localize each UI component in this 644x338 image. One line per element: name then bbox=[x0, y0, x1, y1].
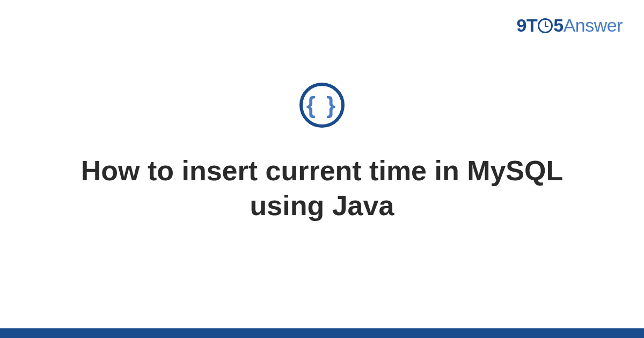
main-content: { } How to insert current time in MySQL … bbox=[0, 0, 644, 338]
site-logo: 9T5Answer bbox=[517, 15, 623, 36]
logo-answer: Answer bbox=[564, 15, 623, 35]
logo-nine: 9 bbox=[517, 15, 526, 35]
logo-t: T bbox=[526, 15, 537, 35]
page-title: How to insert current time in MySQL usin… bbox=[80, 153, 564, 223]
category-badge: { } bbox=[299, 83, 345, 128]
code-braces-icon: { } bbox=[306, 93, 338, 117]
footer-accent-bar bbox=[0, 328, 644, 338]
logo-five: 5 bbox=[553, 15, 563, 35]
clock-icon bbox=[538, 18, 553, 33]
